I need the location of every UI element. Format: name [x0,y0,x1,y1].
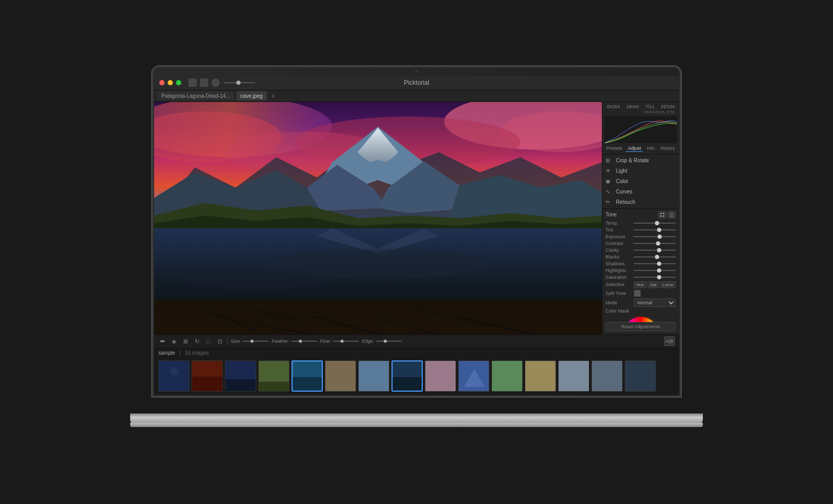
histogram-svg [604,117,677,143]
tool-curves[interactable]: ∿ Curves [602,187,679,197]
film-thumb-11[interactable] [525,360,556,392]
slider-shadows-thumb[interactable] [657,262,661,266]
film-thumb-14[interactable] [625,360,656,392]
slider-highlights-track[interactable] [634,270,676,271]
camera [415,70,418,73]
tab-presets[interactable]: Presets [604,145,625,152]
film-thumb-9[interactable] [458,360,489,392]
slider-saturation-track[interactable] [634,277,676,278]
film-thumb-6[interactable] [358,360,389,392]
slider-temp-thumb[interactable] [655,221,659,225]
slider-exposure-thumb[interactable] [658,235,662,239]
svg-rect-54 [559,361,589,391]
selective-buttons: Hue Sat Luma [634,281,676,288]
svg-point-36 [170,367,179,376]
film-thumb-4[interactable] [292,360,323,392]
slider-highlights-thumb[interactable] [657,268,661,273]
tab-1[interactable]: cave.jpeg [236,91,267,100]
param-edge-label: Edge: [362,339,374,344]
slider-temp-track[interactable] [634,223,676,224]
tone-header: Tone [605,211,676,218]
tool-color[interactable]: ◉ Color [602,176,679,187]
color-wheel[interactable] [623,316,659,322]
slider-contrast-track[interactable] [634,243,676,244]
light-label: Light [616,168,627,174]
thumb-14-svg [625,361,655,391]
svg-rect-32 [670,213,674,214]
filmstrip-label: sample [158,350,175,356]
slider-blacks-thumb[interactable] [655,255,659,259]
adjustment-tools: ⊞ Crop & Rotate ☀ Light ◉ Color ∿ [602,154,679,209]
slider-saturation-thumb[interactable] [657,275,661,279]
rect-tool[interactable]: □ [204,337,212,345]
flow-slider[interactable] [333,341,359,342]
app-window: Picktorial Patagonia-Laguna-Dead-14... c… [154,76,679,395]
rotate-tool[interactable]: ↻ [193,337,201,345]
close-button[interactable] [159,80,165,85]
sel-sat-btn[interactable]: Sat [648,281,659,288]
toolbar-icon-2[interactable] [200,79,208,87]
svg-rect-44 [293,377,322,391]
grid-tool[interactable]: ⊞ [181,337,190,345]
tab-adjust[interactable]: Adjust [626,145,643,152]
slider-temp: Temp. [605,221,676,226]
film-thumb-1[interactable] [192,360,223,392]
right-panel: ISO64 18mm 7/11 25/10s 26/03/2015, 6:58 [602,102,679,334]
slider-clarity-thumb[interactable] [657,248,661,252]
toolbar-icon-3[interactable] [211,79,220,87]
slider-tint-track[interactable] [634,229,676,230]
feather-slider[interactable] [291,341,317,342]
brush-tool[interactable]: ✏ [158,337,167,345]
slider-exposure-track[interactable] [634,236,676,237]
add-tab-button[interactable]: + [269,92,277,100]
mode-select[interactable]: Normal [634,299,676,307]
film-thumb-12[interactable] [558,360,589,392]
tool-crop-rotate[interactable]: ⊞ Crop & Rotate [602,156,679,166]
tool-light[interactable]: ☀ Light [602,166,679,176]
reset-adjustments-button[interactable]: Reset Adjustments [605,322,676,331]
split-tone-swatch[interactable] [634,290,641,297]
svg-rect-28 [660,213,662,214]
film-thumb-5[interactable] [325,360,356,392]
compare-ab-button[interactable]: A|B [664,337,675,346]
film-thumb-2[interactable] [225,360,256,392]
retouch-icon: ✏ [605,199,613,206]
maximize-button[interactable] [176,80,181,85]
slider-blacks-track[interactable] [634,256,676,257]
param-edge: Edge: [362,339,402,344]
tool-retouch[interactable]: ✏ Retouch [602,197,679,208]
sel-luma-btn[interactable]: Luma [660,281,676,288]
tab-info[interactable]: Info [645,145,657,152]
film-thumb-0[interactable] [158,360,190,392]
film-thumb-7[interactable] [392,360,423,392]
svg-rect-33 [670,215,674,215]
ab-buttons: A|B [664,337,675,346]
slider-tint-thumb[interactable] [657,228,661,232]
sel-hue-btn[interactable]: Hue [634,281,647,288]
slider-shadows-track[interactable] [634,263,676,264]
film-thumb-8[interactable] [425,360,456,392]
select-tool[interactable]: ⊡ [216,337,224,345]
tab-0[interactable]: Patagonia-Laguna-Dead-14... [157,91,234,100]
eraser-tool[interactable]: ◈ [170,337,178,345]
film-thumb-13[interactable] [591,360,623,392]
toolbar-mini-slider[interactable] [224,82,255,83]
edge-slider[interactable] [376,341,402,342]
size-slider[interactable] [243,341,269,342]
slider-temp-label: Temp. [605,221,634,226]
slider-highlights-label: Highlights [605,268,634,273]
film-thumb-3[interactable] [258,360,289,392]
main-content: ISO64 18mm 7/11 25/10s 26/03/2015, 6:58 [154,102,679,334]
tone-tab-grid[interactable] [658,211,666,218]
tab-history[interactable]: History [658,145,677,152]
slider-blacks: Blacks [605,254,676,260]
color-mask-label: Color Mask [605,308,676,314]
curves-label: Curves [616,189,633,195]
minimize-button[interactable] [168,80,173,85]
tone-tab-list[interactable] [667,211,676,218]
svg-rect-52 [492,361,522,391]
slider-contrast-thumb[interactable] [656,241,660,245]
toolbar-icon-1[interactable] [188,79,197,87]
film-thumb-10[interactable] [491,360,523,392]
slider-clarity-track[interactable] [634,250,676,251]
